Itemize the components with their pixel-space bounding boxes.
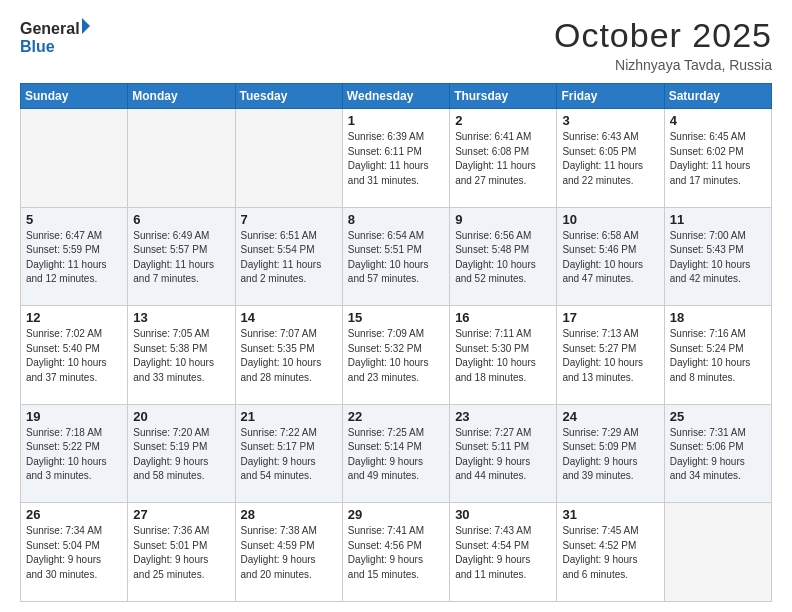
day-info: Sunrise: 7:18 AMSunset: 5:22 PMDaylight:… — [26, 426, 122, 484]
calendar-cell: 3Sunrise: 6:43 AMSunset: 6:05 PMDaylight… — [557, 109, 664, 208]
header-wednesday: Wednesday — [342, 84, 449, 109]
day-info: Sunrise: 6:56 AMSunset: 5:48 PMDaylight:… — [455, 229, 551, 287]
calendar-cell — [235, 109, 342, 208]
calendar-cell: 24Sunrise: 7:29 AMSunset: 5:09 PMDayligh… — [557, 404, 664, 503]
day-number: 26 — [26, 507, 122, 522]
day-info: Sunrise: 7:43 AMSunset: 4:54 PMDaylight:… — [455, 524, 551, 582]
day-info: Sunrise: 7:36 AMSunset: 5:01 PMDaylight:… — [133, 524, 229, 582]
calendar-cell — [21, 109, 128, 208]
day-info: Sunrise: 7:45 AMSunset: 4:52 PMDaylight:… — [562, 524, 658, 582]
day-info: Sunrise: 7:07 AMSunset: 5:35 PMDaylight:… — [241, 327, 337, 385]
month-title: October 2025 — [554, 16, 772, 55]
day-number: 2 — [455, 113, 551, 128]
calendar-cell: 22Sunrise: 7:25 AMSunset: 5:14 PMDayligh… — [342, 404, 449, 503]
calendar-week-row: 5Sunrise: 6:47 AMSunset: 5:59 PMDaylight… — [21, 207, 772, 306]
calendar-cell: 14Sunrise: 7:07 AMSunset: 5:35 PMDayligh… — [235, 306, 342, 405]
calendar-cell: 8Sunrise: 6:54 AMSunset: 5:51 PMDaylight… — [342, 207, 449, 306]
logo-svg: General Blue — [20, 16, 90, 58]
day-info: Sunrise: 7:09 AMSunset: 5:32 PMDaylight:… — [348, 327, 444, 385]
calendar-cell: 4Sunrise: 6:45 AMSunset: 6:02 PMDaylight… — [664, 109, 771, 208]
title-block: October 2025 Nizhnyaya Tavda, Russia — [554, 16, 772, 73]
calendar-cell: 1Sunrise: 6:39 AMSunset: 6:11 PMDaylight… — [342, 109, 449, 208]
calendar-week-row: 12Sunrise: 7:02 AMSunset: 5:40 PMDayligh… — [21, 306, 772, 405]
day-info: Sunrise: 7:02 AMSunset: 5:40 PMDaylight:… — [26, 327, 122, 385]
day-number: 15 — [348, 310, 444, 325]
day-info: Sunrise: 7:31 AMSunset: 5:06 PMDaylight:… — [670, 426, 766, 484]
logo: General Blue — [20, 16, 90, 58]
day-number: 28 — [241, 507, 337, 522]
calendar-week-row: 1Sunrise: 6:39 AMSunset: 6:11 PMDaylight… — [21, 109, 772, 208]
day-info: Sunrise: 6:41 AMSunset: 6:08 PMDaylight:… — [455, 130, 551, 188]
day-number: 27 — [133, 507, 229, 522]
day-info: Sunrise: 6:39 AMSunset: 6:11 PMDaylight:… — [348, 130, 444, 188]
day-number: 16 — [455, 310, 551, 325]
day-number: 24 — [562, 409, 658, 424]
day-info: Sunrise: 6:58 AMSunset: 5:46 PMDaylight:… — [562, 229, 658, 287]
calendar-cell: 2Sunrise: 6:41 AMSunset: 6:08 PMDaylight… — [450, 109, 557, 208]
calendar-cell: 25Sunrise: 7:31 AMSunset: 5:06 PMDayligh… — [664, 404, 771, 503]
page: General Blue October 2025 Nizhnyaya Tavd… — [0, 0, 792, 612]
day-number: 25 — [670, 409, 766, 424]
day-info: Sunrise: 7:20 AMSunset: 5:19 PMDaylight:… — [133, 426, 229, 484]
calendar-cell — [664, 503, 771, 602]
day-number: 12 — [26, 310, 122, 325]
day-number: 14 — [241, 310, 337, 325]
day-number: 10 — [562, 212, 658, 227]
calendar-cell: 29Sunrise: 7:41 AMSunset: 4:56 PMDayligh… — [342, 503, 449, 602]
calendar-cell — [128, 109, 235, 208]
calendar-cell: 16Sunrise: 7:11 AMSunset: 5:30 PMDayligh… — [450, 306, 557, 405]
calendar-cell: 9Sunrise: 6:56 AMSunset: 5:48 PMDaylight… — [450, 207, 557, 306]
day-number: 22 — [348, 409, 444, 424]
day-number: 20 — [133, 409, 229, 424]
day-info: Sunrise: 7:38 AMSunset: 4:59 PMDaylight:… — [241, 524, 337, 582]
header-monday: Monday — [128, 84, 235, 109]
day-number: 4 — [670, 113, 766, 128]
calendar-cell: 31Sunrise: 7:45 AMSunset: 4:52 PMDayligh… — [557, 503, 664, 602]
calendar-cell: 5Sunrise: 6:47 AMSunset: 5:59 PMDaylight… — [21, 207, 128, 306]
header: General Blue October 2025 Nizhnyaya Tavd… — [20, 16, 772, 73]
day-info: Sunrise: 7:29 AMSunset: 5:09 PMDaylight:… — [562, 426, 658, 484]
calendar-cell: 26Sunrise: 7:34 AMSunset: 5:04 PMDayligh… — [21, 503, 128, 602]
day-number: 21 — [241, 409, 337, 424]
day-info: Sunrise: 7:34 AMSunset: 5:04 PMDaylight:… — [26, 524, 122, 582]
calendar-cell: 21Sunrise: 7:22 AMSunset: 5:17 PMDayligh… — [235, 404, 342, 503]
day-number: 17 — [562, 310, 658, 325]
calendar-header-row: SundayMondayTuesdayWednesdayThursdayFrid… — [21, 84, 772, 109]
calendar-cell: 7Sunrise: 6:51 AMSunset: 5:54 PMDaylight… — [235, 207, 342, 306]
calendar-cell: 13Sunrise: 7:05 AMSunset: 5:38 PMDayligh… — [128, 306, 235, 405]
calendar-cell: 19Sunrise: 7:18 AMSunset: 5:22 PMDayligh… — [21, 404, 128, 503]
day-info: Sunrise: 7:22 AMSunset: 5:17 PMDaylight:… — [241, 426, 337, 484]
day-number: 11 — [670, 212, 766, 227]
svg-text:General: General — [20, 20, 80, 37]
day-number: 9 — [455, 212, 551, 227]
day-number: 6 — [133, 212, 229, 227]
day-number: 30 — [455, 507, 551, 522]
header-friday: Friday — [557, 84, 664, 109]
day-number: 18 — [670, 310, 766, 325]
calendar-cell: 10Sunrise: 6:58 AMSunset: 5:46 PMDayligh… — [557, 207, 664, 306]
day-number: 8 — [348, 212, 444, 227]
calendar-cell: 12Sunrise: 7:02 AMSunset: 5:40 PMDayligh… — [21, 306, 128, 405]
svg-marker-2 — [82, 18, 90, 34]
day-info: Sunrise: 7:25 AMSunset: 5:14 PMDaylight:… — [348, 426, 444, 484]
calendar-cell: 15Sunrise: 7:09 AMSunset: 5:32 PMDayligh… — [342, 306, 449, 405]
day-number: 31 — [562, 507, 658, 522]
day-number: 23 — [455, 409, 551, 424]
day-info: Sunrise: 6:43 AMSunset: 6:05 PMDaylight:… — [562, 130, 658, 188]
day-info: Sunrise: 6:54 AMSunset: 5:51 PMDaylight:… — [348, 229, 444, 287]
day-number: 19 — [26, 409, 122, 424]
calendar-cell: 27Sunrise: 7:36 AMSunset: 5:01 PMDayligh… — [128, 503, 235, 602]
day-info: Sunrise: 6:49 AMSunset: 5:57 PMDaylight:… — [133, 229, 229, 287]
day-number: 13 — [133, 310, 229, 325]
header-sunday: Sunday — [21, 84, 128, 109]
header-thursday: Thursday — [450, 84, 557, 109]
calendar-week-row: 19Sunrise: 7:18 AMSunset: 5:22 PMDayligh… — [21, 404, 772, 503]
day-info: Sunrise: 6:45 AMSunset: 6:02 PMDaylight:… — [670, 130, 766, 188]
day-info: Sunrise: 7:11 AMSunset: 5:30 PMDaylight:… — [455, 327, 551, 385]
day-info: Sunrise: 7:27 AMSunset: 5:11 PMDaylight:… — [455, 426, 551, 484]
calendar-table: SundayMondayTuesdayWednesdayThursdayFrid… — [20, 83, 772, 602]
calendar-cell: 11Sunrise: 7:00 AMSunset: 5:43 PMDayligh… — [664, 207, 771, 306]
calendar-cell: 30Sunrise: 7:43 AMSunset: 4:54 PMDayligh… — [450, 503, 557, 602]
calendar-cell: 23Sunrise: 7:27 AMSunset: 5:11 PMDayligh… — [450, 404, 557, 503]
day-number: 29 — [348, 507, 444, 522]
